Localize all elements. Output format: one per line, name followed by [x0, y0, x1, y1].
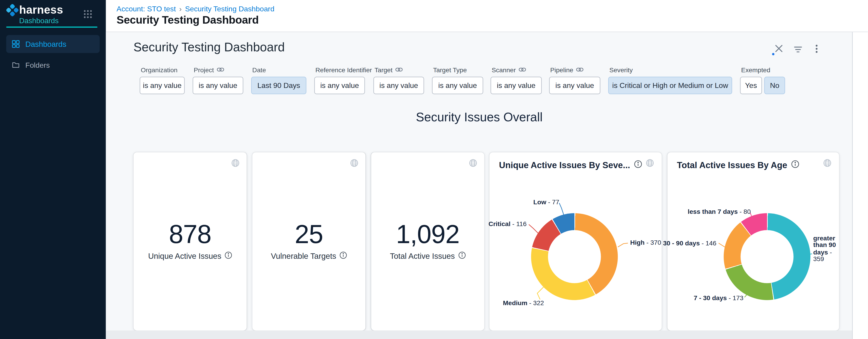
info-icon[interactable] — [458, 252, 466, 261]
breadcrumb-page-link[interactable]: Security Testing Dashboard — [185, 4, 275, 13]
filter-label-date: Date — [252, 66, 266, 73]
link-icon — [396, 66, 403, 73]
stat-value: 25 — [252, 221, 366, 247]
filter-icon[interactable] — [794, 45, 802, 52]
slice-label-high: High - 370 — [630, 239, 661, 246]
sidebar-item-label: Folders — [25, 61, 50, 69]
filter-exempted-yes-button[interactable]: Yes — [740, 77, 762, 94]
filter-value-target[interactable]: is any value — [373, 77, 424, 94]
filter-exempted-no-button[interactable]: No — [764, 77, 785, 94]
info-icon[interactable] — [225, 252, 232, 261]
severity-donut-chart[interactable] — [531, 213, 618, 300]
link-icon — [217, 66, 224, 73]
page-header: Account: STO test › Security Testing Das… — [106, 0, 868, 32]
app-window: harness Dashboards Dashboards — [0, 0, 868, 339]
canvas-bottom-strip — [106, 331, 852, 339]
chart-title: Unique Active Issues By Seve... — [499, 160, 630, 170]
breadcrumb: Account: STO test › Security Testing Das… — [117, 4, 275, 13]
slice-label-7-30-days: 7 - 30 days - 173 — [694, 294, 743, 301]
slice-label-greater-than-90-days: greater than 90 days - 359 — [813, 235, 837, 262]
stat-value: 878 — [133, 221, 247, 247]
stat-card-unique-active-issues: 878 Unique Active Issues — [133, 152, 247, 330]
breadcrumb-separator: › — [179, 4, 182, 13]
filter-label-target: Target — [375, 66, 403, 73]
slice-label-30-90-days: 30 - 90 days - 146 — [663, 240, 716, 247]
globe-icon[interactable] — [231, 159, 239, 167]
globe-icon[interactable] — [823, 159, 831, 167]
breadcrumb-account-link[interactable]: Account: STO test — [117, 4, 176, 13]
filter-value-date[interactable]: Last 90 Days — [251, 77, 306, 94]
slice-label-medium: Medium - 322 — [503, 300, 544, 306]
slice-label-critical: Critical - 116 — [489, 221, 527, 227]
slice-label-less-than-7-days: less than 7 days - 80 — [688, 208, 751, 215]
filter-value-project[interactable]: is any value — [193, 77, 243, 94]
harness-logo-icon[interactable] — [6, 4, 19, 16]
dashboard-title: Security Testing Dashboard — [133, 40, 285, 55]
globe-icon[interactable] — [646, 159, 654, 167]
filter-label-pipeline: Pipeline — [550, 66, 583, 73]
sidebar: harness Dashboards Dashboards — [0, 0, 106, 339]
chart-card-issues-by-age: Total Active Issues By Age less than 7 d… — [668, 152, 839, 330]
stat-label: Unique Active Issues — [148, 252, 221, 261]
slice-label-low: Low - 77 — [533, 199, 559, 205]
product-label: Dashboards — [19, 16, 59, 25]
filter-value-reference-identifier[interactable]: is any value — [314, 77, 365, 94]
filter-label-scanner: Scanner — [492, 66, 526, 73]
folder-icon — [12, 61, 20, 69]
stat-card-total-active-issues: 1,092 Total Active Issues — [371, 152, 484, 330]
dashboards-icon — [12, 40, 20, 48]
scrollbar-gutter[interactable] — [852, 32, 868, 339]
chart-title: Total Active Issues By Age — [677, 160, 787, 170]
globe-icon[interactable] — [469, 159, 477, 167]
sidebar-item-label: Dashboards — [25, 40, 66, 48]
filter-label-organization: Organization — [141, 66, 178, 73]
filter-label-target-type: Target Type — [433, 66, 467, 73]
filter-value-organization[interactable]: is any value — [140, 77, 185, 94]
sidebar-item-folders[interactable]: Folders — [6, 56, 100, 73]
age-donut-chart[interactable] — [724, 213, 810, 300]
stat-card-vulnerable-targets: 25 Vulnerable Targets — [252, 152, 366, 330]
filter-label-severity: Severity — [609, 66, 633, 73]
globe-icon[interactable] — [350, 159, 358, 167]
close-icon[interactable] — [775, 45, 783, 53]
filter-label-project: Project — [194, 66, 224, 73]
cursor-dot — [772, 53, 774, 55]
info-icon[interactable] — [634, 160, 642, 170]
chart-card-issues-by-severity: Unique Active Issues By Seve... Low - 77… — [489, 152, 662, 330]
info-icon[interactable] — [340, 252, 347, 261]
apps-grid-icon[interactable] — [83, 9, 92, 19]
filter-value-scanner[interactable]: is any value — [491, 77, 542, 94]
link-icon — [576, 66, 583, 73]
sidebar-item-dashboards[interactable]: Dashboards — [6, 35, 100, 53]
harness-wordmark: harness — [19, 3, 63, 16]
stat-value: 1,092 — [371, 221, 484, 247]
kebab-menu-icon[interactable] — [815, 45, 818, 53]
filter-value-severity[interactable]: is Critical or High or Medium or Low — [608, 77, 732, 94]
filter-value-pipeline[interactable]: is any value — [549, 77, 600, 94]
section-title: Security Issues Overall — [106, 110, 853, 125]
page-title: Security Testing Dashboard — [117, 13, 259, 27]
link-icon — [519, 66, 526, 73]
info-icon[interactable] — [791, 160, 799, 170]
filter-label-exempted: Exempted — [741, 66, 770, 73]
stat-label: Total Active Issues — [390, 252, 455, 261]
sidebar-divider — [6, 27, 97, 28]
filter-label-reference-identifier: Reference Identifier — [315, 66, 372, 73]
filter-value-target-type[interactable]: is any value — [432, 77, 483, 94]
stat-label: Vulnerable Targets — [271, 252, 336, 261]
